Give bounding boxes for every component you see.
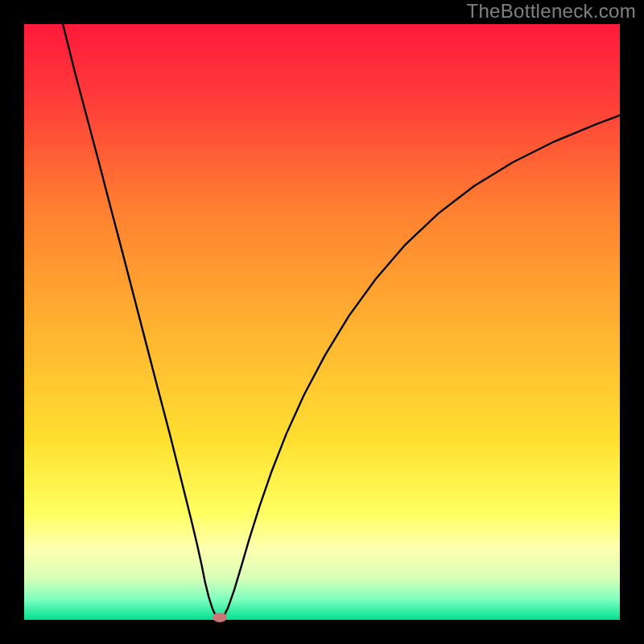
chart-plot-area xyxy=(24,24,620,620)
chart-svg xyxy=(24,24,620,620)
chart-background xyxy=(24,24,620,620)
optimal-marker xyxy=(213,613,227,622)
watermark-text: TheBottleneck.com xyxy=(466,0,636,23)
